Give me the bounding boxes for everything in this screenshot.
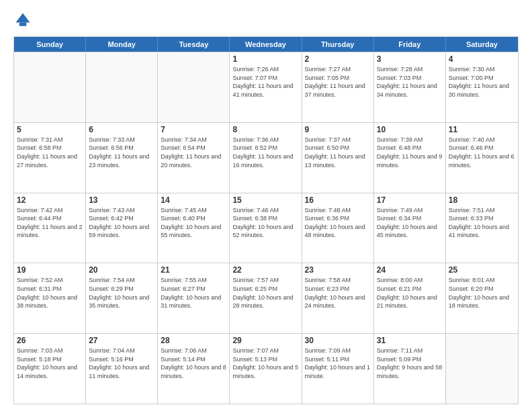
day-number: 20 [89, 265, 154, 275]
day-info: Sunrise: 7:28 AM Sunset: 7:03 PM Dayligh… [377, 65, 443, 99]
day-cell-2: 2Sunrise: 7:27 AM Sunset: 7:05 PM Daylig… [302, 52, 374, 122]
day-number: 11 [449, 125, 515, 134]
day-info: Sunrise: 7:09 AM Sunset: 5:11 PM Dayligh… [305, 347, 371, 380]
day-cell-7: 7Sunrise: 7:34 AM Sunset: 6:54 PM Daylig… [158, 123, 230, 193]
empty-cell [14, 52, 86, 122]
day-number: 24 [377, 265, 443, 275]
day-cell-29: 29Sunrise: 7:07 AM Sunset: 5:13 PM Dayli… [230, 334, 302, 404]
empty-cell [86, 52, 158, 122]
day-info: Sunrise: 7:31 AM Sunset: 6:58 PM Dayligh… [17, 136, 83, 169]
calendar: SundayMondayTuesdayWednesdayThursdayFrid… [13, 36, 519, 404]
day-info: Sunrise: 7:26 AM Sunset: 7:07 PM Dayligh… [232, 65, 298, 99]
day-number: 15 [232, 195, 298, 205]
day-number: 3 [377, 54, 443, 64]
day-number: 1 [232, 54, 298, 64]
day-info: Sunrise: 7:58 AM Sunset: 6:23 PM Dayligh… [305, 276, 371, 310]
weekday-header-thursday: Thursday [302, 37, 374, 52]
empty-cell [158, 52, 230, 122]
day-cell-31: 31Sunrise: 7:11 AM Sunset: 5:09 PM Dayli… [374, 334, 446, 404]
day-info: Sunrise: 7:43 AM Sunset: 6:42 PM Dayligh… [89, 206, 154, 240]
day-info: Sunrise: 7:57 AM Sunset: 6:25 PM Dayligh… [232, 276, 298, 310]
day-info: Sunrise: 7:39 AM Sunset: 6:48 PM Dayligh… [377, 136, 443, 169]
calendar-body: 1Sunrise: 7:26 AM Sunset: 7:07 PM Daylig… [14, 52, 518, 404]
logo-icon [13, 11, 32, 30]
day-info: Sunrise: 7:07 AM Sunset: 5:13 PM Dayligh… [232, 347, 298, 380]
day-cell-18: 18Sunrise: 7:51 AM Sunset: 6:33 PM Dayli… [446, 193, 518, 263]
day-cell-10: 10Sunrise: 7:39 AM Sunset: 6:48 PM Dayli… [374, 123, 446, 193]
logo [13, 11, 35, 30]
day-cell-4: 4Sunrise: 7:30 AM Sunset: 7:00 PM Daylig… [446, 52, 518, 122]
week-row-3: 12Sunrise: 7:42 AM Sunset: 6:44 PM Dayli… [14, 193, 518, 263]
day-info: Sunrise: 7:27 AM Sunset: 7:05 PM Dayligh… [305, 65, 371, 99]
day-cell-1: 1Sunrise: 7:26 AM Sunset: 7:07 PM Daylig… [230, 52, 302, 122]
day-cell-8: 8Sunrise: 7:36 AM Sunset: 6:52 PM Daylig… [230, 123, 302, 193]
day-info: Sunrise: 7:34 AM Sunset: 6:54 PM Dayligh… [161, 136, 226, 169]
day-cell-20: 20Sunrise: 7:54 AM Sunset: 6:29 PM Dayli… [86, 263, 158, 333]
day-number: 6 [89, 125, 154, 134]
day-cell-30: 30Sunrise: 7:09 AM Sunset: 5:11 PM Dayli… [302, 334, 374, 404]
day-cell-13: 13Sunrise: 7:43 AM Sunset: 6:42 PM Dayli… [86, 193, 158, 263]
day-info: Sunrise: 8:01 AM Sunset: 6:20 PM Dayligh… [449, 276, 515, 310]
day-number: 12 [17, 195, 83, 205]
day-info: Sunrise: 7:52 AM Sunset: 6:31 PM Dayligh… [17, 276, 83, 310]
day-number: 13 [89, 195, 154, 205]
week-row-5: 26Sunrise: 7:03 AM Sunset: 5:18 PM Dayli… [14, 333, 518, 404]
day-cell-9: 9Sunrise: 7:37 AM Sunset: 6:50 PM Daylig… [302, 123, 374, 193]
day-number: 22 [232, 265, 298, 275]
day-cell-26: 26Sunrise: 7:03 AM Sunset: 5:18 PM Dayli… [14, 334, 86, 404]
day-cell-11: 11Sunrise: 7:40 AM Sunset: 6:46 PM Dayli… [446, 123, 518, 193]
day-info: Sunrise: 7:51 AM Sunset: 6:33 PM Dayligh… [449, 206, 515, 240]
day-info: Sunrise: 8:00 AM Sunset: 6:21 PM Dayligh… [377, 276, 443, 310]
day-cell-3: 3Sunrise: 7:28 AM Sunset: 7:03 PM Daylig… [374, 52, 446, 122]
day-number: 29 [232, 336, 298, 345]
day-cell-12: 12Sunrise: 7:42 AM Sunset: 6:44 PM Dayli… [14, 193, 86, 263]
week-row-1: 1Sunrise: 7:26 AM Sunset: 7:07 PM Daylig… [14, 52, 518, 122]
day-number: 30 [305, 336, 371, 345]
day-cell-22: 22Sunrise: 7:57 AM Sunset: 6:25 PM Dayli… [230, 263, 302, 333]
day-number: 25 [449, 265, 515, 275]
day-cell-14: 14Sunrise: 7:45 AM Sunset: 6:40 PM Dayli… [158, 193, 230, 263]
weekday-header-saturday: Saturday [446, 37, 518, 52]
day-number: 16 [305, 195, 371, 205]
day-number: 28 [161, 336, 226, 345]
day-info: Sunrise: 7:36 AM Sunset: 6:52 PM Dayligh… [232, 136, 298, 169]
day-number: 21 [161, 265, 226, 275]
day-info: Sunrise: 7:42 AM Sunset: 6:44 PM Dayligh… [17, 206, 83, 240]
day-number: 18 [449, 195, 515, 205]
day-info: Sunrise: 7:40 AM Sunset: 6:46 PM Dayligh… [449, 136, 515, 169]
weekday-header-wednesday: Wednesday [230, 37, 302, 52]
svg-marker-1 [16, 13, 30, 23]
day-cell-15: 15Sunrise: 7:46 AM Sunset: 6:38 PM Dayli… [230, 193, 302, 263]
day-cell-25: 25Sunrise: 8:01 AM Sunset: 6:20 PM Dayli… [446, 263, 518, 333]
day-number: 4 [449, 54, 515, 64]
day-info: Sunrise: 7:37 AM Sunset: 6:50 PM Dayligh… [305, 136, 371, 169]
weekday-header-monday: Monday [86, 37, 158, 52]
weekday-header-sunday: Sunday [14, 37, 86, 52]
week-row-2: 5Sunrise: 7:31 AM Sunset: 6:58 PM Daylig… [14, 122, 518, 193]
day-info: Sunrise: 7:04 AM Sunset: 5:16 PM Dayligh… [89, 347, 154, 380]
header [13, 11, 519, 30]
day-cell-28: 28Sunrise: 7:06 AM Sunset: 5:14 PM Dayli… [158, 334, 230, 404]
day-cell-23: 23Sunrise: 7:58 AM Sunset: 6:23 PM Dayli… [302, 263, 374, 333]
day-number: 9 [305, 125, 371, 134]
day-info: Sunrise: 7:11 AM Sunset: 5:09 PM Dayligh… [377, 347, 443, 380]
day-number: 17 [377, 195, 443, 205]
day-info: Sunrise: 7:48 AM Sunset: 6:36 PM Dayligh… [305, 206, 371, 240]
day-cell-19: 19Sunrise: 7:52 AM Sunset: 6:31 PM Dayli… [14, 263, 86, 333]
day-cell-5: 5Sunrise: 7:31 AM Sunset: 6:58 PM Daylig… [14, 123, 86, 193]
empty-cell [446, 334, 518, 404]
weekday-header-tuesday: Tuesday [158, 37, 230, 52]
day-info: Sunrise: 7:54 AM Sunset: 6:29 PM Dayligh… [89, 276, 154, 310]
day-info: Sunrise: 7:06 AM Sunset: 5:14 PM Dayligh… [161, 347, 226, 380]
day-number: 26 [17, 336, 83, 345]
day-cell-17: 17Sunrise: 7:49 AM Sunset: 6:34 PM Dayli… [374, 193, 446, 263]
day-number: 10 [377, 125, 443, 134]
day-cell-27: 27Sunrise: 7:04 AM Sunset: 5:16 PM Dayli… [86, 334, 158, 404]
day-info: Sunrise: 7:46 AM Sunset: 6:38 PM Dayligh… [232, 206, 298, 240]
day-number: 19 [17, 265, 83, 275]
day-cell-21: 21Sunrise: 7:55 AM Sunset: 6:27 PM Dayli… [158, 263, 230, 333]
svg-rect-2 [19, 23, 27, 26]
day-info: Sunrise: 7:03 AM Sunset: 5:18 PM Dayligh… [17, 347, 83, 380]
day-number: 14 [161, 195, 226, 205]
day-cell-24: 24Sunrise: 8:00 AM Sunset: 6:21 PM Dayli… [374, 263, 446, 333]
